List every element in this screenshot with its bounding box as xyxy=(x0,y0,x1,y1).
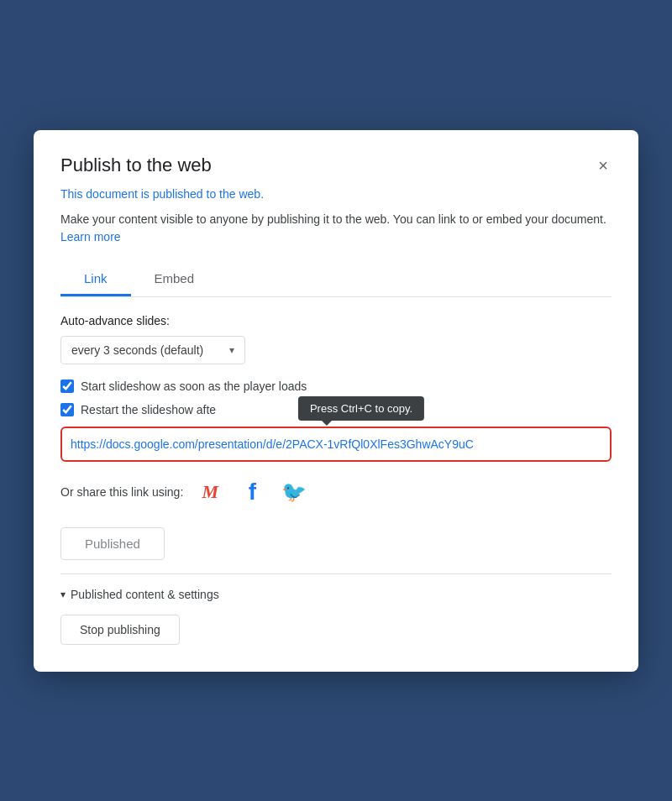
share-label: Or share this link using: xyxy=(60,485,183,499)
dropdown-arrow-icon: ▾ xyxy=(229,344,234,356)
tab-embed[interactable]: Embed xyxy=(131,263,218,296)
restart-slideshow-checkbox[interactable] xyxy=(60,403,74,416)
published-badge: Published xyxy=(60,527,165,560)
learn-more-link[interactable]: Learn more xyxy=(60,230,121,243)
restart-slideshow-label: Restart the slideshow afte xyxy=(81,403,216,416)
auto-advance-dropdown[interactable]: every 3 seconds (default) ▾ xyxy=(60,336,245,364)
auto-advance-label: Auto-advance slides: xyxy=(60,314,612,327)
copy-tooltip: Press Ctrl+C to copy. xyxy=(298,396,424,421)
dialog-header: Publish to the web × xyxy=(60,154,612,177)
dialog-title: Publish to the web xyxy=(60,154,212,176)
url-section: Press Ctrl+C to copy. xyxy=(60,427,612,462)
settings-arrow-icon: ▾ xyxy=(60,589,66,600)
twitter-share-button[interactable]: 🐦 xyxy=(279,477,309,507)
tab-link[interactable]: Link xyxy=(60,263,131,296)
start-slideshow-label: Start slideshow as soon as the player lo… xyxy=(81,380,307,393)
gmail-share-button[interactable]: M xyxy=(195,477,225,507)
share-row: Or share this link using: M f 🐦 xyxy=(60,477,612,507)
settings-row[interactable]: ▾ Published content & settings xyxy=(60,588,612,601)
start-slideshow-checkbox[interactable] xyxy=(60,380,74,393)
settings-label: Published content & settings xyxy=(71,588,219,601)
close-button[interactable]: × xyxy=(595,154,612,177)
url-input[interactable] xyxy=(71,437,601,451)
publish-dialog: Publish to the web × This document is pu… xyxy=(34,130,638,672)
stop-publishing-button[interactable]: Stop publishing xyxy=(60,615,180,645)
divider xyxy=(60,573,612,574)
published-notice: This document is published to the web. xyxy=(60,187,612,201)
dropdown-value: every 3 seconds (default) xyxy=(71,343,203,357)
description-text: Make your content visible to anyone by p… xyxy=(60,211,612,246)
start-slideshow-checkbox-row[interactable]: Start slideshow as soon as the player lo… xyxy=(60,380,612,393)
published-badge-row: Published xyxy=(60,527,612,560)
facebook-share-button[interactable]: f xyxy=(237,477,267,507)
tab-bar: Link Embed xyxy=(60,263,612,297)
